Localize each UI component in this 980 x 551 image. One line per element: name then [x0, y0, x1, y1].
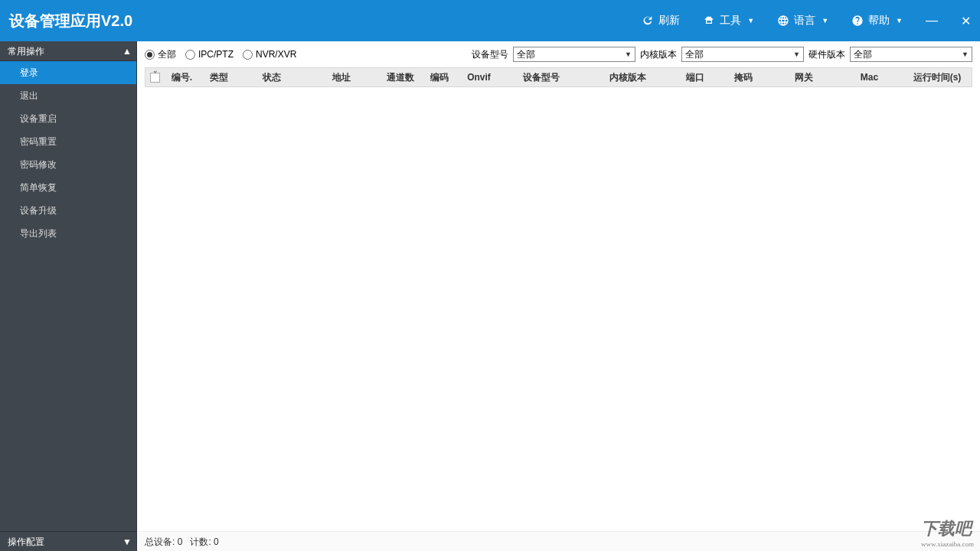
hardware-label: 硬件版本	[808, 48, 845, 61]
total-label: 总设备:	[145, 536, 175, 547]
refresh-icon	[642, 15, 654, 27]
filter-radio-1[interactable]: IPC/PTZ	[185, 48, 234, 61]
language-label: 语言	[794, 14, 815, 28]
chevron-down-icon: ▼	[625, 51, 632, 58]
kernel-label: 内核版本	[640, 48, 677, 61]
tools-button[interactable]: 工具 ▼	[703, 14, 754, 28]
radio-icon	[145, 50, 155, 60]
col-model[interactable]: 设备型号	[502, 68, 580, 86]
radio-label: IPC/PTZ	[198, 49, 234, 60]
tools-label: 工具	[720, 14, 741, 28]
main-container: 常用操作 ▲ 登录退出设备重启密码重置密码修改简单恢复设备升级导出列表 操作配置…	[0, 41, 980, 551]
chevron-down-icon: ⌄	[152, 67, 158, 74]
radio-label: 全部	[158, 48, 176, 61]
sidebar-list: 登录退出设备重启密码重置密码修改简单恢复设备升级导出列表	[0, 61, 136, 531]
close-button[interactable]: ✕	[961, 14, 971, 28]
sidebar-item-1[interactable]: 退出	[0, 84, 136, 107]
chevron-down-icon: ▼	[962, 51, 969, 58]
hardware-dropdown[interactable]: 全部 ▼	[850, 47, 972, 62]
main-panel: 全部IPC/PTZNVR/XVR 设备型号 全部 ▼ 内核版本 全部 ▼ 硬件版…	[137, 41, 980, 551]
titlebar: 设备管理应用V2.0 刷新 工具 ▼ 语言 ▼ 帮助 ▼ — ✕	[0, 0, 980, 41]
sidebar-footer[interactable]: 操作配置 ▼	[0, 531, 136, 551]
triangle-down-icon: ▼	[122, 532, 132, 552]
sidebar-item-5[interactable]: 简单恢复	[0, 176, 136, 199]
col-gateway[interactable]: 网关	[772, 68, 836, 86]
chevron-down-icon: ▼	[793, 51, 800, 58]
sidebar: 常用操作 ▲ 登录退出设备重启密码重置密码修改简单恢复设备升级导出列表 操作配置…	[0, 41, 137, 551]
col-onvif[interactable]: Onvif	[456, 68, 502, 86]
sidebar-item-4[interactable]: 密码修改	[0, 153, 136, 176]
sidebar-item-7[interactable]: 导出列表	[0, 222, 136, 245]
sidebar-item-3[interactable]: 密码重置	[0, 130, 136, 153]
filter-row: 全部IPC/PTZNVR/XVR 设备型号 全部 ▼ 内核版本 全部 ▼ 硬件版…	[137, 41, 980, 63]
count-value: 0	[214, 536, 219, 547]
radio-group: 全部IPC/PTZNVR/XVR	[145, 48, 467, 61]
radio-label: NVR/XVR	[256, 49, 296, 60]
col-port[interactable]: 端口	[675, 68, 715, 86]
refresh-label: 刷新	[658, 14, 680, 28]
select-all-header[interactable]: ⌄	[145, 68, 165, 86]
col-type[interactable]: 类型	[199, 68, 239, 86]
filter-radio-0[interactable]: 全部	[145, 48, 176, 61]
kernel-value: 全部	[685, 48, 793, 61]
sidebar-header[interactable]: 常用操作 ▲	[0, 41, 136, 61]
table-header: ⌄ 编号. 类型 状态 地址 通道数 编码 Onvif 设备型号 内核版本 端口…	[145, 67, 972, 87]
col-mask[interactable]: 掩码	[715, 68, 772, 86]
device-type-value: 全部	[517, 48, 625, 61]
radio-icon	[243, 50, 253, 60]
kernel-dropdown[interactable]: 全部 ▼	[681, 47, 804, 62]
table-wrap: ⌄ 编号. 类型 状态 地址 通道数 编码 Onvif 设备型号 内核版本 端口…	[145, 67, 972, 531]
count-label: 计数:	[190, 536, 211, 547]
triangle-up-icon: ▲	[122, 41, 132, 61]
chevron-down-icon: ▼	[896, 17, 903, 24]
chevron-down-icon: ▼	[747, 17, 754, 24]
help-button[interactable]: 帮助 ▼	[851, 14, 903, 28]
device-type-dropdown[interactable]: 全部 ▼	[513, 47, 635, 62]
col-status[interactable]: 状态	[239, 68, 305, 86]
globe-icon	[777, 15, 789, 27]
col-mac[interactable]: Mac	[836, 68, 903, 86]
sidebar-footer-label: 操作配置	[8, 536, 44, 547]
col-kernel[interactable]: 内核版本	[580, 68, 675, 86]
app-title: 设备管理应用V2.0	[9, 11, 619, 31]
device-type-label: 设备型号	[472, 48, 508, 61]
sidebar-item-0[interactable]: 登录	[0, 61, 136, 84]
col-uptime[interactable]: 运行时间(s)	[903, 68, 972, 86]
sidebar-header-label: 常用操作	[8, 46, 44, 57]
language-button[interactable]: 语言 ▼	[777, 14, 828, 28]
minimize-button[interactable]: —	[926, 14, 938, 28]
help-label: 帮助	[868, 14, 890, 28]
refresh-button[interactable]: 刷新	[642, 14, 680, 28]
status-bar: 总设备: 0 计数: 0	[137, 531, 980, 551]
sidebar-item-2[interactable]: 设备重启	[0, 107, 136, 130]
filter-radio-2[interactable]: NVR/XVR	[243, 48, 296, 61]
toolbox-icon	[703, 15, 715, 27]
hardware-value: 全部	[854, 48, 962, 61]
radio-icon	[185, 50, 195, 60]
total-value: 0	[178, 536, 183, 547]
col-channels[interactable]: 通道数	[378, 68, 423, 86]
col-address[interactable]: 地址	[305, 68, 378, 86]
col-encoding[interactable]: 编码	[423, 68, 456, 86]
col-number[interactable]: 编号.	[165, 68, 199, 86]
chevron-down-icon: ▼	[822, 17, 828, 24]
sidebar-item-6[interactable]: 设备升级	[0, 199, 136, 222]
help-icon	[851, 15, 864, 27]
